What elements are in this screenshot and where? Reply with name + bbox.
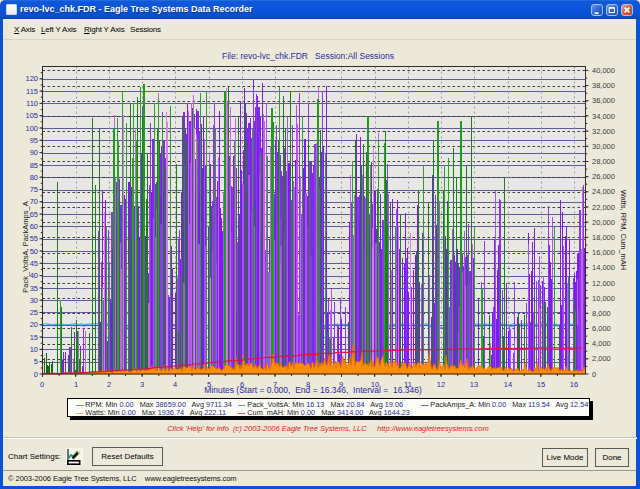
svg-text:15: 15 <box>537 380 545 389</box>
svg-text:80: 80 <box>30 173 38 182</box>
svg-text:35: 35 <box>30 284 38 293</box>
svg-text:14,000: 14,000 <box>592 263 615 272</box>
svg-text:16,000: 16,000 <box>592 248 615 257</box>
svg-text:34,000: 34,000 <box>592 112 615 121</box>
svg-text:Watts, RPM, Cum_mAH: Watts, RPM, Cum_mAH <box>619 190 628 271</box>
svg-text:0: 0 <box>592 370 596 379</box>
svg-text:75: 75 <box>30 185 38 194</box>
svg-text:25: 25 <box>30 308 38 317</box>
svg-text:100: 100 <box>25 124 38 133</box>
svg-text:6,000: 6,000 <box>592 324 611 333</box>
svg-text:5: 5 <box>34 357 38 366</box>
svg-text:4,000: 4,000 <box>592 339 611 348</box>
svg-text:26,000: 26,000 <box>592 172 615 181</box>
svg-text:38,000: 38,000 <box>592 81 615 90</box>
svg-text:45: 45 <box>30 259 38 268</box>
svg-text:36,000: 36,000 <box>592 96 615 105</box>
svg-text:55: 55 <box>30 234 38 243</box>
svg-text:70: 70 <box>30 197 38 206</box>
svg-text:50: 50 <box>30 247 38 256</box>
svg-text:115: 115 <box>26 87 38 96</box>
svg-text:0: 0 <box>40 380 44 389</box>
svg-text:110: 110 <box>26 99 38 108</box>
svg-text:120: 120 <box>25 74 38 83</box>
svg-text:20: 20 <box>30 320 38 329</box>
svg-text:10: 10 <box>30 345 38 354</box>
svg-text:0: 0 <box>34 370 38 379</box>
svg-text:16: 16 <box>570 380 578 389</box>
svg-text:2: 2 <box>107 380 111 389</box>
svg-text:Minutes (Start = 0.000, End =: Minutes (Start = 0.000, End = 16.346, In… <box>204 385 422 395</box>
svg-text:20,000: 20,000 <box>592 218 615 227</box>
svg-text:2,000: 2,000 <box>592 354 611 363</box>
svg-text:24,000: 24,000 <box>592 187 615 196</box>
svg-text:90: 90 <box>30 148 38 157</box>
svg-text:30: 30 <box>30 296 38 305</box>
svg-text:10,000: 10,000 <box>592 294 615 303</box>
svg-text:14: 14 <box>504 380 512 389</box>
svg-text:95: 95 <box>30 136 38 145</box>
svg-text:30,000: 30,000 <box>592 142 615 151</box>
svg-text:13: 13 <box>470 380 478 389</box>
svg-text:105: 105 <box>25 111 38 120</box>
svg-text:4: 4 <box>173 380 177 389</box>
svg-text:22,000: 22,000 <box>592 203 615 212</box>
svg-text:40,000: 40,000 <box>592 66 615 75</box>
svg-text:Pack_VoltsA, PackAmps_A: Pack_VoltsA, PackAmps_A <box>21 201 30 292</box>
svg-text:1: 1 <box>74 380 78 389</box>
svg-text:12: 12 <box>437 380 445 389</box>
svg-text:65: 65 <box>30 210 38 219</box>
svg-text:12,000: 12,000 <box>592 279 615 288</box>
svg-text:File: revo-lvc_chk.FDR Sessi: File: revo-lvc_chk.FDR Session:All Sessi… <box>222 51 394 61</box>
svg-text:60: 60 <box>30 222 38 231</box>
svg-text:40: 40 <box>30 271 38 280</box>
svg-text:85: 85 <box>30 161 38 170</box>
svg-text:8,000: 8,000 <box>592 309 611 318</box>
svg-text:32,000: 32,000 <box>592 127 615 136</box>
svg-text:15: 15 <box>30 333 38 342</box>
svg-text:3: 3 <box>140 380 144 389</box>
svg-text:28,000: 28,000 <box>592 157 615 166</box>
svg-text:18,000: 18,000 <box>592 233 615 242</box>
